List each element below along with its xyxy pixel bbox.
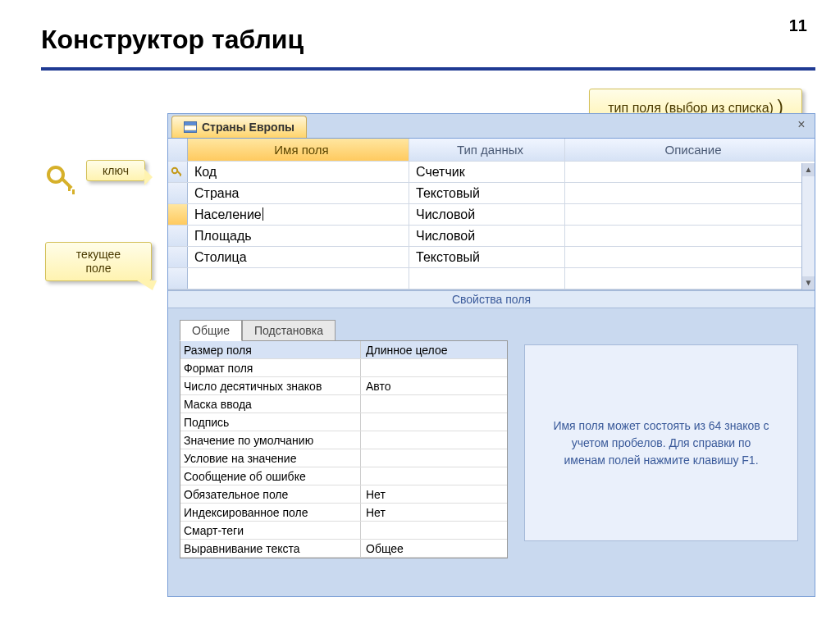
- row-selector[interactable]: [168, 268, 188, 289]
- property-name: Смарт-теги: [180, 522, 361, 539]
- property-row: Выравнивание текстаОбщее: [180, 540, 507, 558]
- property-value[interactable]: [361, 413, 507, 431]
- property-name: Сообщение об ошибке: [180, 467, 361, 485]
- property-value[interactable]: [361, 522, 507, 539]
- field-type-cell[interactable]: Счетчик: [409, 162, 565, 182]
- property-row: Сообщение об ошибке: [180, 467, 507, 485]
- field-desc-cell[interactable]: [565, 268, 815, 289]
- property-row: Индексированное полеНет: [180, 504, 507, 522]
- property-value[interactable]: Нет: [361, 485, 507, 503]
- tab-general[interactable]: Общие: [180, 320, 242, 341]
- field-row: СтранаТекстовый: [168, 183, 815, 204]
- property-name: Индексированное поле: [180, 504, 361, 521]
- field-desc-cell[interactable]: [565, 183, 815, 203]
- title-underline: [41, 67, 815, 71]
- key-icon: [45, 164, 78, 197]
- field-type-cell[interactable]: [409, 268, 565, 289]
- property-name: Обязательное поле: [180, 485, 361, 503]
- property-name: Подпись: [180, 413, 361, 431]
- field-name-cell[interactable]: Код: [188, 162, 409, 182]
- property-name: Условие на значение: [180, 449, 361, 467]
- property-value[interactable]: Длинное целое: [361, 341, 507, 358]
- property-row: Обязательное полеНет: [180, 485, 507, 504]
- column-header-type[interactable]: Тип данных: [409, 139, 565, 161]
- field-name-cell[interactable]: Население: [188, 204, 409, 225]
- field-row: ПлощадьЧисловой: [168, 226, 815, 247]
- field-type-cell[interactable]: Числовой: [409, 204, 565, 225]
- field-name-cell[interactable]: [188, 268, 409, 289]
- property-value[interactable]: [361, 449, 507, 467]
- row-selector[interactable]: [168, 226, 188, 246]
- field-desc-cell[interactable]: [565, 204, 815, 225]
- field-type-cell[interactable]: Числовой: [409, 226, 565, 246]
- property-row: Число десятичных знаковАвто: [180, 377, 507, 395]
- property-row: Смарт-теги: [180, 522, 507, 540]
- table-icon: [184, 121, 197, 133]
- property-value[interactable]: Авто: [361, 377, 507, 394]
- property-name: Размер поля: [180, 341, 361, 358]
- access-design-window: Страны Европы × Имя поля Тип данных Опис…: [167, 113, 815, 597]
- row-selector[interactable]: [168, 183, 188, 203]
- field-grid: Имя поля Тип данных Описание КодСчетчикС…: [168, 139, 815, 290]
- page-number: 11: [789, 16, 807, 35]
- property-value[interactable]: [361, 431, 507, 449]
- property-tabs: Общие Подстановка: [180, 320, 508, 341]
- field-type-cell[interactable]: Текстовый: [409, 183, 565, 203]
- field-desc-cell[interactable]: [565, 162, 815, 182]
- property-grid: Размер поляДлинное целоеФормат поляЧисло…: [180, 340, 508, 558]
- property-row: Формат поля: [180, 359, 507, 377]
- field-name-hint: Имя поля может состоять из 64 знаков с у…: [524, 344, 798, 541]
- property-row: Размер поляДлинное целое: [180, 341, 507, 359]
- callout-current-field: текущее поле: [45, 242, 152, 281]
- field-properties-pane: Общие Подстановка Размер поляДлинное цел…: [168, 308, 815, 554]
- slide-title: Конструктор таблиц: [41, 25, 304, 55]
- row-selector[interactable]: [168, 162, 188, 182]
- tab-substitution[interactable]: Подстановка: [242, 320, 336, 341]
- property-value[interactable]: [361, 359, 507, 376]
- object-tabs: Страны Европы ×: [168, 114, 815, 139]
- property-name: Значение по умолчанию: [180, 431, 361, 449]
- object-tab-countries[interactable]: Страны Европы: [171, 116, 307, 138]
- row-selector[interactable]: [168, 247, 188, 267]
- property-row: Маска ввода: [180, 395, 507, 413]
- property-row: Значение по умолчанию: [180, 431, 507, 449]
- property-row: Подпись: [180, 413, 507, 431]
- property-name: Выравнивание текста: [180, 540, 361, 557]
- field-desc-cell[interactable]: [565, 247, 815, 267]
- row-selector[interactable]: [168, 204, 188, 225]
- field-name-cell[interactable]: Страна: [188, 183, 409, 203]
- grid-corner[interactable]: [168, 139, 188, 161]
- property-value[interactable]: [361, 467, 507, 485]
- property-name: Маска ввода: [180, 395, 361, 412]
- property-value[interactable]: Нет: [361, 504, 507, 521]
- svg-rect-1: [60, 176, 73, 189]
- svg-rect-6: [180, 174, 181, 176]
- field-name-cell[interactable]: Площадь: [188, 226, 409, 246]
- scroll-up-icon[interactable]: ▲: [802, 163, 815, 176]
- field-desc-cell[interactable]: [565, 226, 815, 246]
- field-grid-scrollbar[interactable]: ▲ ▼: [801, 163, 815, 289]
- property-name: Число десятичных знаков: [180, 377, 361, 394]
- field-properties-title: Свойства поля: [168, 290, 815, 308]
- scroll-down-icon[interactable]: ▼: [802, 276, 815, 289]
- field-row: КодСчетчик: [168, 162, 815, 183]
- field-type-cell[interactable]: Текстовый: [409, 247, 565, 267]
- close-icon[interactable]: ×: [793, 117, 810, 134]
- property-row: Условие на значение: [180, 449, 507, 467]
- svg-rect-2: [68, 185, 71, 191]
- property-name: Формат поля: [180, 359, 361, 376]
- field-grid-header: Имя поля Тип данных Описание: [168, 139, 815, 162]
- field-name-cell[interactable]: Столица: [188, 247, 409, 267]
- property-value[interactable]: Общее: [361, 540, 507, 557]
- column-header-name[interactable]: Имя поля: [188, 139, 409, 161]
- callout-key: ключ: [86, 160, 145, 181]
- svg-point-4: [172, 168, 177, 173]
- property-value[interactable]: [361, 395, 507, 412]
- column-header-desc[interactable]: Описание: [565, 139, 815, 161]
- field-row: НаселениеЧисловой: [168, 204, 815, 226]
- svg-rect-3: [72, 189, 75, 194]
- field-row: СтолицаТекстовый: [168, 247, 815, 268]
